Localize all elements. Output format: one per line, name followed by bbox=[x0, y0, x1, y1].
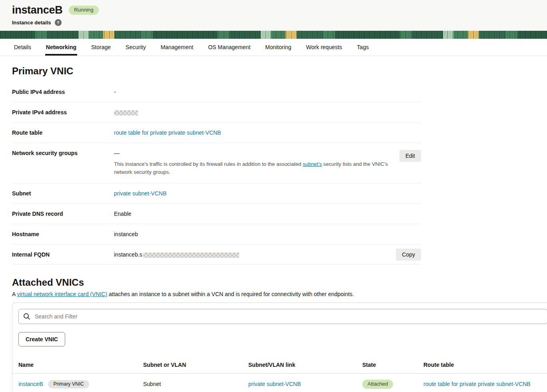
redacted-private-ip bbox=[114, 110, 138, 115]
edit-nsg-button[interactable]: Edit bbox=[399, 150, 421, 162]
main-content: Primary VNIC Public IPv4 address - Priva… bbox=[0, 66, 547, 392]
col-header-subnet-vlan-link: Subnet/VLAN link bbox=[248, 362, 362, 368]
private-dns-value: Enable bbox=[114, 211, 421, 217]
nsg-value: — bbox=[114, 150, 399, 156]
tab-work-requests[interactable]: Work requests bbox=[305, 39, 343, 56]
field-row-hostname: Hostname instanceb bbox=[12, 224, 421, 245]
field-label: Private IPv4 address bbox=[12, 109, 114, 115]
attached-vnics-panel: Create VNIC Name Subnet or VLAN Subnet/V… bbox=[12, 302, 547, 392]
tab-os-management[interactable]: OS Management bbox=[207, 39, 251, 56]
subnet-link[interactable]: private subnet-VCNB bbox=[114, 190, 167, 197]
internal-fqdn-value: instanceb.s bbox=[114, 251, 396, 258]
page-title: instanceB bbox=[12, 4, 62, 16]
col-header-state: State bbox=[362, 362, 423, 368]
table-row: instanceB Primary VNIC Subnet private su… bbox=[12, 374, 547, 392]
attached-vnics-description: A virtual network interface card (VNIC) … bbox=[12, 291, 547, 297]
cell-subnet-vlan-link[interactable]: private subnet-VCNB bbox=[248, 381, 301, 387]
tab-networking[interactable]: Networking bbox=[45, 39, 77, 56]
instance-tabbar: Details Networking Storage Security Mana… bbox=[0, 39, 547, 56]
field-row-public-ipv4: Public IPv4 address - bbox=[12, 82, 421, 102]
vnic-desc-post: attaches an instance to a subnet within … bbox=[107, 291, 354, 297]
tab-storage[interactable]: Storage bbox=[90, 39, 112, 56]
public-ipv4-value: - bbox=[114, 89, 421, 95]
state-badge: Attached bbox=[362, 380, 393, 388]
nsg-desc-pre: This instance's traffic is controlled by… bbox=[114, 161, 303, 167]
vnic-table-header: Name Subnet or VLAN Subnet/VLAN link Sta… bbox=[12, 358, 547, 374]
hostname-value: instanceb bbox=[114, 231, 421, 237]
field-label: Subnet bbox=[12, 190, 114, 197]
primary-vnic-badge: Primary VNIC bbox=[48, 380, 89, 389]
tab-tags[interactable]: Tags bbox=[356, 39, 370, 56]
vnic-desc-pre: A bbox=[12, 291, 17, 297]
field-label: Private DNS record bbox=[12, 211, 114, 217]
redacted-fqdn bbox=[143, 253, 239, 258]
field-row-nsg: Network security groups — This instance'… bbox=[12, 143, 421, 183]
tab-monitoring[interactable]: Monitoring bbox=[264, 39, 292, 56]
nsg-description: This instance's traffic is controlled by… bbox=[114, 160, 390, 176]
subnet-inline-link[interactable]: subnet's bbox=[303, 161, 322, 167]
col-header-route-table: Route table bbox=[423, 362, 547, 368]
search-icon bbox=[23, 313, 30, 321]
field-label: Public IPv4 address bbox=[12, 89, 114, 95]
create-vnic-button[interactable]: Create VNIC bbox=[18, 332, 65, 346]
decorative-banner bbox=[0, 31, 547, 39]
col-header-name: Name bbox=[18, 362, 143, 368]
primary-vnic-heading: Primary VNIC bbox=[12, 66, 547, 77]
vnic-name-link[interactable]: instanceB bbox=[18, 381, 43, 387]
tab-security[interactable]: Security bbox=[125, 39, 147, 56]
page-subtitle: Instance details bbox=[12, 20, 51, 26]
search-input[interactable] bbox=[18, 309, 547, 324]
col-header-subnet-or-vlan: Subnet or VLAN bbox=[143, 362, 248, 368]
field-row-private-ipv4: Private IPv4 address bbox=[12, 102, 421, 123]
fqdn-prefix: instanceb.s bbox=[114, 251, 142, 258]
private-ipv4-value bbox=[114, 109, 421, 115]
field-row-private-dns: Private DNS record Enable bbox=[12, 204, 421, 224]
cell-route-table-link[interactable]: route table for private private subnet-V… bbox=[423, 381, 531, 387]
field-row-subnet: Subnet private subnet-VCNB bbox=[12, 183, 421, 204]
cell-subnet-or-vlan: Subnet bbox=[143, 381, 248, 387]
field-label: Network security groups bbox=[12, 150, 114, 156]
field-row-internal-fqdn: Internal FQDN instanceb.s Copy bbox=[12, 245, 421, 265]
field-label: Hostname bbox=[12, 231, 114, 237]
field-label: Internal FQDN bbox=[12, 251, 114, 258]
copy-fqdn-button[interactable]: Copy bbox=[396, 249, 421, 261]
primary-vnic-fields: Public IPv4 address - Private IPv4 addre… bbox=[12, 82, 421, 265]
route-table-link[interactable]: route table for private private subnet-V… bbox=[114, 129, 221, 136]
field-row-route-table: Route table route table for private priv… bbox=[12, 123, 421, 143]
attached-vnics-heading: Attached VNICs bbox=[12, 277, 547, 288]
field-label: Route table bbox=[12, 129, 114, 136]
status-badge: Running bbox=[69, 6, 98, 14]
vnic-doc-link[interactable]: virtual network interface card (VNIC) bbox=[17, 291, 107, 297]
tab-management[interactable]: Management bbox=[160, 39, 194, 56]
instance-header: instanceB Running Instance details ? bbox=[0, 0, 547, 31]
help-icon[interactable]: ? bbox=[55, 19, 62, 26]
tab-details[interactable]: Details bbox=[13, 39, 32, 56]
